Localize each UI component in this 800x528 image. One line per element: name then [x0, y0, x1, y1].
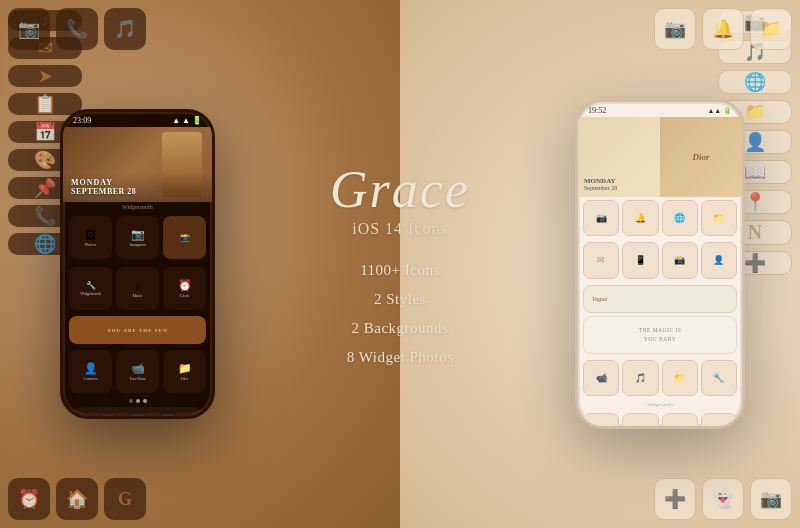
icon-bottom-right-1: ➕: [654, 478, 696, 520]
lapp-4[interactable]: 📁: [701, 200, 737, 236]
hero-inner-2: Dior: [660, 117, 742, 197]
phone-frame-dark: 23:09 ▲ ▲ 🔋 MONDAY SEPTEMBER 28 Widgetsm…: [60, 109, 215, 419]
app-grid-light-3: 📹 🎵 📁 🔧: [578, 357, 742, 399]
status-icons-light: ▲▲ 🔋: [707, 107, 732, 115]
hero-date-light: MONDAY September 28: [584, 177, 617, 191]
title-ios: iOS 14 Icons: [300, 221, 500, 239]
app-grid-light-1: 📷 🔔 🌐 📁: [578, 197, 742, 239]
app-grid-light-2: ✉ 📱 📸 👤: [578, 239, 742, 281]
icon-top-left-2: 📞: [56, 8, 98, 50]
app-photos[interactable]: 🖼 Photos: [69, 216, 112, 259]
icon-top-right-2: 🔔: [702, 8, 744, 50]
icon-top-right-1: 📷: [654, 8, 696, 50]
status-bar-light: 19:52 ▲▲ 🔋: [578, 102, 742, 117]
phone-right: 19:52 ▲▲ 🔋 Dior MONDAY September 28 📷 🔔 …: [575, 99, 745, 429]
dot-3: [143, 399, 147, 403]
status-time-light: 19:52: [588, 106, 606, 115]
app-grid-dark: 🖼 Photos 📷 Instagram 📸: [63, 212, 212, 263]
icon-top-left-3: 🎵: [104, 8, 146, 50]
lapp-11[interactable]: 📁: [662, 360, 698, 396]
lapp-3[interactable]: 🌐: [662, 200, 698, 236]
hero-person: [162, 132, 202, 197]
lapp-15[interactable]: 📷: [662, 413, 698, 429]
lapp-7[interactable]: 📸: [662, 242, 698, 278]
center-content: Grace iOS 14 Icons 1100+ Icons 2 Styles …: [300, 161, 500, 366]
lapp-1[interactable]: 📷: [583, 200, 619, 236]
app-clock[interactable]: ⏰ Clock: [163, 267, 206, 310]
feature-backgrounds: 2 Backgrounds: [300, 321, 500, 338]
icon-bottom-right-2: 👻: [702, 478, 744, 520]
app-grid-dark-2: 🔧 Widgetsmith ♪ Music ⏰ Clock: [63, 263, 212, 314]
phone-frame-light: 19:52 ▲▲ 🔋 Dior MONDAY September 28 📷 🔔 …: [575, 99, 745, 429]
lapp-14[interactable]: 💬: [622, 413, 658, 429]
lapp-5[interactable]: ✉: [583, 242, 619, 278]
icon-top-right-3: 📁: [750, 8, 792, 50]
app-grid-light-4: 📞 💬 📷 ✉: [578, 410, 742, 429]
app-music[interactable]: ♪ Music: [116, 267, 159, 310]
app-widgetsmith2[interactable]: 🔧 Widgetsmith: [69, 267, 112, 310]
icon-bottom-left-1: ⏰: [8, 478, 50, 520]
app-photos-icon: 🖼: [85, 229, 96, 241]
app-instagram[interactable]: 📷 Instagram: [116, 216, 159, 259]
icon-globe-right: 🌐: [718, 70, 792, 94]
icon-bottom-left-3: G: [104, 478, 146, 520]
app-widget-small[interactable]: 📸: [163, 216, 206, 259]
hero-date: SEPTEMBER 28: [71, 187, 136, 196]
lapp-10[interactable]: 🎵: [622, 360, 658, 396]
widgetsmith-row: Widgetsmith: [578, 399, 742, 410]
app-instagram-label: Instagram: [130, 242, 146, 247]
app-instagram-icon: 📷: [131, 228, 145, 241]
lapp-2[interactable]: 🔔: [622, 200, 658, 236]
widgetsmith-label: Widgetsmith: [63, 202, 212, 212]
hero-image-light: Dior MONDAY September 28: [578, 117, 742, 197]
app-files[interactable]: 📁 Files: [163, 350, 206, 393]
features-list: 1100+ Icons 2 Styles 2 Backgrounds 8 Wid…: [300, 263, 500, 367]
vogue-widget: Vogue: [583, 285, 737, 313]
phone-dock-dark: 📞 🌐 💬 📷: [69, 407, 206, 419]
page-dots-dark: [63, 397, 212, 405]
hero-text: MONDAY SEPTEMBER 28: [71, 178, 136, 196]
widget-you-are: YOU ARE THE SUN: [69, 316, 206, 344]
title-grace: Grace: [300, 161, 500, 218]
icon-top-left-1: 📷: [8, 8, 50, 50]
dock-phone[interactable]: 📞: [82, 413, 104, 419]
phone-left: 23:09 ▲ ▲ 🔋 MONDAY SEPTEMBER 28 Widgetsm…: [60, 109, 215, 419]
lapp-6[interactable]: 📱: [622, 242, 658, 278]
lapp-9[interactable]: 📹: [583, 360, 619, 396]
status-icons-dark: ▲ ▲ 🔋: [172, 116, 202, 125]
feature-icons: 1100+ Icons: [300, 263, 500, 280]
app-contacts[interactable]: 👤 Contacts: [69, 350, 112, 393]
feature-widgets: 8 Widget Photos: [300, 350, 500, 367]
hero-image-dark: MONDAY SEPTEMBER 28: [63, 127, 212, 202]
dock-messages[interactable]: 💬: [142, 413, 164, 419]
icon-send: ➤: [8, 65, 82, 87]
status-time-dark: 23:09: [73, 116, 91, 125]
status-bar-dark: 23:09 ▲ ▲ 🔋: [63, 112, 212, 127]
icon-row-top: 📷 📞 🎵 📷 🔔 📁: [8, 8, 792, 50]
app-facetime[interactable]: 📹 FaceTime: [116, 350, 159, 393]
dock-camera[interactable]: 📷: [172, 413, 194, 419]
icon-bottom-left-2: 🏠: [56, 478, 98, 520]
lapp-13[interactable]: 📞: [583, 413, 619, 429]
lapp-16[interactable]: ✉: [701, 413, 737, 429]
app-grid-dark-3: 👤 Contacts 📹 FaceTime 📁 Files: [63, 346, 212, 397]
icon-bottom-right-3: 📷: [750, 478, 792, 520]
widget-magic: THE MAGIC ISYOU BABY: [583, 316, 737, 354]
widgetsmith-label-light: Widgetsmith: [583, 402, 737, 407]
icon-row-bottom-left: ⏰ 🏠 G: [8, 478, 146, 520]
dot-1: [129, 399, 133, 403]
hero-day: MONDAY: [71, 178, 136, 187]
app-photos-label: Photos: [85, 242, 96, 247]
lapp-8[interactable]: 👤: [701, 242, 737, 278]
dock-safari[interactable]: 🌐: [112, 413, 134, 419]
lapp-12[interactable]: 🔧: [701, 360, 737, 396]
feature-styles: 2 Styles: [300, 292, 500, 309]
icon-row-bottom-right: ➕ 👻 📷: [654, 478, 792, 520]
dot-2: [136, 399, 140, 403]
